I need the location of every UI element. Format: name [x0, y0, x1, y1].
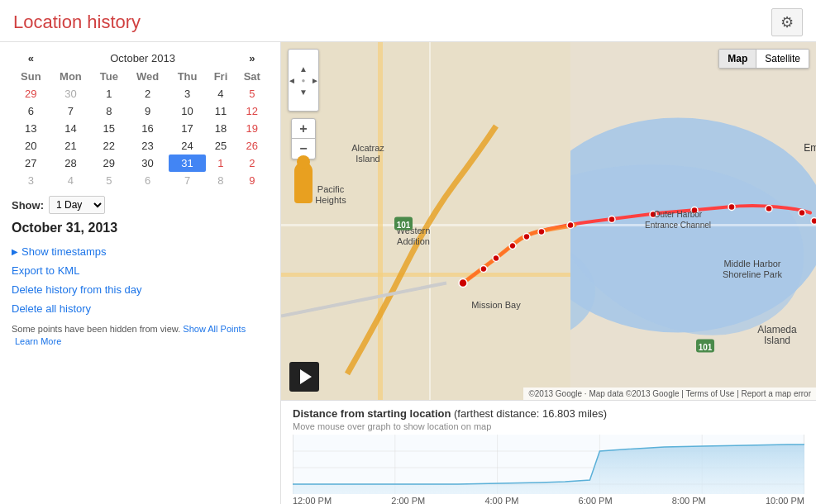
- calendar-day[interactable]: 20: [12, 137, 50, 155]
- map-svg: Alcatraz Island Outer Harbor Entrance Ch…: [281, 42, 816, 400]
- zoom-controls: + −: [291, 118, 316, 159]
- graph-label-5: 10:00 PM: [766, 496, 804, 504]
- show-select[interactable]: 1 Day 2 Days 3 Days 7 Days: [49, 196, 105, 214]
- settings-button[interactable]: ⚙: [771, 8, 803, 36]
- calendar-day[interactable]: 29: [12, 85, 50, 102]
- calendar-day[interactable]: 22: [91, 137, 126, 155]
- svg-text:Outer Harbor: Outer Harbor: [654, 210, 703, 219]
- graph-title-detail: (farthest distance: 16.803 miles): [451, 407, 607, 420]
- show-row: Show: 1 Day 2 Days 3 Days 7 Days: [12, 196, 269, 214]
- calendar-day[interactable]: 23: [126, 137, 168, 155]
- calendar-day[interactable]: 19: [236, 120, 269, 137]
- svg-point-12: [509, 243, 516, 250]
- pan-control[interactable]: ▲ ◄ ● ► ▼: [288, 49, 319, 112]
- learn-more-link[interactable]: Learn More: [15, 336, 61, 346]
- svg-text:Middle Harbor: Middle Harbor: [723, 259, 780, 269]
- graph-label-1: 2:00 PM: [391, 496, 425, 504]
- day-header-tue: Tue: [91, 68, 126, 85]
- export-kml-link[interactable]: Export to KML: [12, 264, 269, 277]
- svg-point-19: [728, 204, 735, 211]
- day-header-fri: Fri: [206, 68, 235, 85]
- calendar-day[interactable]: 27: [12, 155, 50, 172]
- map-type-map-button[interactable]: Map: [719, 50, 756, 68]
- calendar-day[interactable]: 26: [236, 137, 269, 155]
- svg-text:Entrance Channel: Entrance Channel: [645, 221, 711, 230]
- svg-point-9: [459, 279, 467, 288]
- next-month-button[interactable]: »: [236, 49, 269, 68]
- prev-month-button[interactable]: «: [12, 49, 50, 68]
- map-area: Map Satellite: [281, 42, 816, 504]
- calendar-day[interactable]: 9: [126, 102, 168, 120]
- svg-text:Pacific: Pacific: [317, 184, 345, 194]
- show-all-points-link[interactable]: Show All Points: [183, 324, 246, 334]
- calendar-day[interactable]: 24: [169, 137, 207, 155]
- play-button[interactable]: [289, 362, 319, 392]
- timestamps-toggle[interactable]: ▶ Show timestamps: [12, 245, 269, 258]
- map-type-satellite-button[interactable]: Satellite: [756, 50, 809, 68]
- map-controls: ▲ ◄ ● ► ▼ + −: [288, 49, 319, 159]
- calendar-day[interactable]: 5: [236, 85, 269, 102]
- calendar-day[interactable]: 30: [50, 85, 92, 102]
- delete-day-link[interactable]: Delete history from this day: [12, 283, 269, 296]
- graph-title: Distance from starting location (farthes…: [293, 407, 804, 420]
- svg-text:Alameda: Alameda: [757, 324, 797, 335]
- calendar-day[interactable]: 2: [126, 85, 168, 102]
- calendar-day[interactable]: 17: [169, 120, 207, 137]
- calendar-day[interactable]: 4: [50, 172, 92, 189]
- calendar-day[interactable]: 16: [126, 120, 168, 137]
- calendar-day[interactable]: 3: [12, 172, 50, 189]
- play-icon: [300, 369, 312, 384]
- calendar-day[interactable]: 6: [126, 172, 168, 189]
- graph-labels: 12:00 PM 2:00 PM 4:00 PM 6:00 PM 8:00 PM…: [293, 496, 804, 504]
- calendar-day[interactable]: 30: [126, 155, 168, 172]
- graph-label-2: 4:00 PM: [484, 496, 518, 504]
- calendar-day[interactable]: 11: [206, 102, 235, 120]
- pan-left-icon[interactable]: ◄: [288, 76, 296, 85]
- calendar-day[interactable]: 9: [236, 172, 269, 189]
- svg-text:101: 101: [699, 343, 713, 352]
- graph-wrapper[interactable]: [293, 435, 804, 494]
- calendar: « October 2013 » Sun Mon Tue Wed Thu Fri…: [12, 49, 269, 189]
- hidden-points-text: Some points have been hidden from view.: [12, 324, 180, 334]
- pegman-control[interactable]: [293, 162, 314, 212]
- calendar-day[interactable]: 28: [50, 155, 92, 172]
- calendar-day[interactable]: 4: [206, 85, 235, 102]
- month-year-label: October 2013: [50, 49, 236, 68]
- calendar-day[interactable]: 25: [206, 137, 235, 155]
- calendar-day[interactable]: 7: [169, 172, 207, 189]
- zoom-in-button[interactable]: +: [292, 119, 315, 139]
- calendar-day[interactable]: 12: [236, 102, 269, 120]
- calendar-day[interactable]: 8: [206, 172, 235, 189]
- calendar-day[interactable]: 29: [91, 155, 126, 172]
- calendar-day[interactable]: 18: [206, 120, 235, 137]
- pan-down-icon[interactable]: ▼: [299, 88, 308, 97]
- calendar-day[interactable]: 5: [91, 172, 126, 189]
- svg-text:Heights: Heights: [315, 195, 346, 205]
- svg-point-13: [523, 234, 530, 240]
- calendar-day[interactable]: 31: [169, 155, 207, 172]
- calendar-day[interactable]: 13: [12, 120, 50, 137]
- day-header-sat: Sat: [236, 68, 269, 85]
- calendar-day[interactable]: 10: [169, 102, 207, 120]
- pan-up-icon[interactable]: ▲: [299, 64, 308, 74]
- header: Location history ⚙: [0, 0, 816, 42]
- graph-label-3: 6:00 PM: [579, 496, 613, 504]
- calendar-day[interactable]: 2: [236, 155, 269, 172]
- calendar-day[interactable]: 21: [50, 137, 92, 155]
- delete-all-link[interactable]: Delete all history: [12, 302, 269, 315]
- calendar-day[interactable]: 1: [206, 155, 235, 172]
- calendar-day[interactable]: 15: [91, 120, 126, 137]
- map-type-buttons: Map Satellite: [718, 49, 809, 69]
- calendar-day[interactable]: 6: [12, 102, 50, 120]
- day-header-wed: Wed: [126, 68, 168, 85]
- calendar-day[interactable]: 1: [91, 85, 126, 102]
- calendar-day[interactable]: 3: [169, 85, 207, 102]
- calendar-day[interactable]: 7: [50, 102, 92, 120]
- pan-right-icon[interactable]: ►: [311, 76, 319, 85]
- calendar-day[interactable]: 14: [50, 120, 92, 137]
- timestamps-label: Show timestamps: [21, 245, 107, 258]
- map-container[interactable]: Map Satellite: [281, 42, 816, 400]
- calendar-day[interactable]: 8: [91, 102, 126, 120]
- svg-text:Addition: Addition: [397, 236, 430, 246]
- day-header-sun: Sun: [12, 68, 50, 85]
